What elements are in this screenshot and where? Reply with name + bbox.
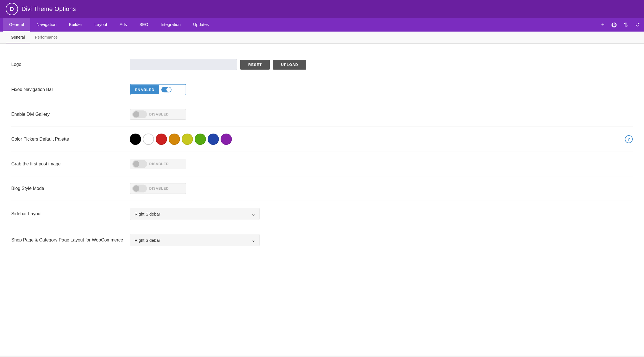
nav-item-integration[interactable]: Integration [155, 18, 187, 32]
first-post-image-toggle[interactable]: DISABLED [130, 159, 186, 169]
divi-gallery-control: DISABLED [130, 109, 633, 120]
toggle-thumb [159, 85, 186, 95]
shop-layout-row: Shop Page & Category Page Layout for Woo… [11, 227, 633, 253]
divi-gallery-row: Enable Divi Gallery DISABLED [11, 102, 633, 127]
main-nav: General Navigation Builder Layout Ads SE… [0, 18, 644, 32]
logo-input[interactable] [130, 59, 237, 70]
first-post-image-label: Grab the first post image [11, 161, 130, 167]
app-header: D Divi Theme Options [0, 0, 644, 18]
sidebar-layout-row: Sidebar Layout Right Sidebar Left Sideba… [11, 201, 633, 227]
nav-item-updates[interactable]: Updates [187, 18, 215, 32]
toggle-disabled-text: DISABLED [149, 112, 169, 116]
app-title: Divi Theme Options [21, 5, 76, 13]
sidebar-layout-dropdown-wrapper: Right Sidebar Left Sidebar No Sidebar ⌄ [130, 208, 260, 220]
reset-icon[interactable]: ↺ [634, 20, 641, 29]
color-palette-row: Color Pickers Default Palette ? [11, 127, 633, 152]
swatch-yellow[interactable] [182, 134, 193, 145]
blog-style-control: DISABLED [130, 183, 633, 194]
toggle-enabled-text: ENABLED [130, 85, 159, 94]
sub-nav-general[interactable]: General [6, 32, 30, 43]
app-logo: D [6, 3, 18, 15]
sub-nav-performance[interactable]: Performance [30, 32, 63, 43]
first-post-image-row: Grab the first post image DISABLED [11, 152, 633, 176]
swatch-black[interactable] [130, 134, 141, 145]
swatch-green[interactable] [195, 134, 206, 145]
arrows-icon[interactable]: ⇅ [623, 20, 630, 29]
upload-button[interactable]: UPLOAD [273, 60, 306, 70]
sidebar-layout-select[interactable]: Right Sidebar Left Sidebar No Sidebar [130, 208, 260, 220]
color-palette-label: Color Pickers Default Palette [11, 137, 130, 142]
settings-content: Logo RESET UPLOAD Fixed Navigation Bar E… [0, 44, 644, 356]
toggle-track [132, 185, 147, 192]
shop-layout-label: Shop Page & Category Page Layout for Woo… [11, 237, 130, 243]
sidebar-layout-control: Right Sidebar Left Sidebar No Sidebar ⌄ [130, 208, 633, 220]
nav-item-builder[interactable]: Builder [63, 18, 88, 32]
shop-layout-dropdown-wrapper: Right Sidebar Left Sidebar No Sidebar ⌄ [130, 234, 260, 246]
fixed-nav-label: Fixed Navigation Bar [11, 87, 130, 92]
blog-style-toggle[interactable]: DISABLED [130, 183, 186, 194]
swatch-white[interactable] [143, 134, 154, 145]
divi-gallery-toggle[interactable]: DISABLED [130, 109, 186, 120]
first-post-image-control: DISABLED [130, 159, 633, 169]
color-swatches [130, 134, 232, 145]
power-icon[interactable]: ⏻ [610, 21, 618, 29]
toggle-disabled-text: DISABLED [149, 162, 169, 166]
fixed-nav-row: Fixed Navigation Bar ENABLED [11, 77, 633, 102]
shop-layout-select[interactable]: Right Sidebar Left Sidebar No Sidebar [130, 234, 260, 246]
blog-style-row: Blog Style Mode DISABLED [11, 176, 633, 201]
sidebar-layout-label: Sidebar Layout [11, 211, 130, 216]
sub-nav: General Performance [0, 32, 644, 44]
reset-button[interactable]: RESET [240, 60, 270, 70]
nav-item-ads[interactable]: Ads [113, 18, 133, 32]
nav-actions: + ⏻ ⇅ ↺ [600, 20, 641, 29]
toggle-disabled-text: DISABLED [149, 187, 169, 190]
swatch-purple[interactable] [221, 134, 232, 145]
logo-label: Logo [11, 62, 130, 67]
nav-item-navigation[interactable]: Navigation [30, 18, 63, 32]
nav-item-layout[interactable]: Layout [88, 18, 113, 32]
divi-gallery-label: Enable Divi Gallery [11, 112, 130, 117]
nav-item-general[interactable]: General [3, 18, 30, 32]
fixed-nav-toggle[interactable]: ENABLED [130, 84, 186, 95]
blog-style-label: Blog Style Mode [11, 186, 130, 191]
swatch-orange[interactable] [169, 134, 180, 145]
swatch-blue[interactable] [208, 134, 219, 145]
logo-control: RESET UPLOAD [130, 59, 633, 70]
swatch-red[interactable] [156, 134, 167, 145]
add-icon[interactable]: + [600, 21, 606, 29]
fixed-nav-control: ENABLED [130, 84, 633, 95]
toggle-track [132, 110, 147, 118]
shop-layout-control: Right Sidebar Left Sidebar No Sidebar ⌄ [130, 234, 633, 246]
nav-item-seo[interactable]: SEO [133, 18, 155, 32]
color-palette-control [130, 134, 625, 145]
logo-row: Logo RESET UPLOAD [11, 52, 633, 77]
toggle-track [132, 160, 147, 168]
help-icon[interactable]: ? [625, 135, 633, 143]
